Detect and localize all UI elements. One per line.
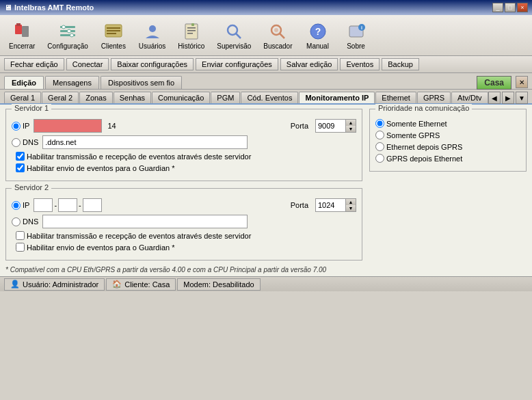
sobre-button[interactable]: i Sobre <box>338 18 374 53</box>
servidor2-porta-input[interactable] <box>315 198 346 212</box>
servidor1-porta-input[interactable] <box>315 119 346 133</box>
tab-edicao[interactable]: Edição <box>4 76 44 89</box>
servidor1-dns-radio[interactable] <box>12 138 21 147</box>
servidor2-dns-radio-label[interactable]: DNS <box>12 217 38 226</box>
servidor1-check2[interactable] <box>16 163 25 172</box>
prioridade-radio-1[interactable] <box>375 119 384 128</box>
prioridade-radio-2[interactable] <box>375 131 384 139</box>
nav-prev-button[interactable]: ◀ <box>488 92 501 104</box>
subtab-gprs[interactable]: GPRS <box>417 92 451 103</box>
prioridade-radio-4[interactable] <box>375 154 384 163</box>
buscador-icon <box>267 21 289 42</box>
content-area: Servidor 1 IP 14 Porta ▲ ▼ <box>0 105 532 276</box>
servidor1-check1[interactable] <box>16 152 25 161</box>
salvar-edicao-button[interactable]: Salvar edição <box>280 58 338 70</box>
status-user: 👤 Usuário: Administrador <box>4 278 105 291</box>
servidor2-porta-down[interactable]: ▼ <box>346 205 356 211</box>
svg-rect-17 <box>187 33 193 34</box>
servidor1-porta-up[interactable]: ▲ <box>346 120 356 126</box>
footer-note: * Compatível com a CPU Eth/GPRS a partir… <box>0 265 532 276</box>
servidor2-check1[interactable] <box>16 231 25 240</box>
servidor2-porta-up[interactable]: ▲ <box>346 199 356 205</box>
subtab-monitoramento-ip[interactable]: Monitoramento IP <box>299 92 375 103</box>
servidor2-dns-row: DNS <box>12 215 356 228</box>
prioridade-option3-label[interactable]: Ethernet depois GPRS <box>375 142 462 151</box>
svg-rect-15 <box>187 27 196 29</box>
servidor2-check2-label[interactable]: Habilitar envio de eventos para o Guardi… <box>16 243 174 252</box>
subtab-pgm[interactable]: PGM <box>211 92 240 103</box>
manual-button[interactable]: ? Manual <box>300 18 336 53</box>
enviar-config-button[interactable]: Enviar configurações <box>196 58 278 70</box>
sub-tab-navigation: ◀ ▶ ▼ <box>488 92 528 104</box>
subtab-geral1[interactable]: Geral 1 <box>4 92 41 103</box>
clientes-button[interactable]: Clientes <box>96 18 131 53</box>
sobre-icon: i <box>345 21 367 42</box>
historico-label: Histórico <box>178 42 204 50</box>
servidor1-ip-radio-label[interactable]: IP <box>12 122 29 131</box>
close-button[interactable]: × <box>517 3 528 12</box>
buscador-button[interactable]: Buscador <box>258 18 297 53</box>
servidor1-dns-row: DNS <box>12 135 356 149</box>
prioridade-option4-label[interactable]: GPRS depois Ethernet <box>375 154 462 163</box>
subtab-cod-eventos[interactable]: Cód. Eventos <box>241 92 298 103</box>
servidor2-check2[interactable] <box>16 243 25 252</box>
servidor1-check2-label[interactable]: Habilitar envio de eventos para o Guardi… <box>16 163 174 172</box>
baixar-config-button[interactable]: Baixar configurações <box>111 58 194 70</box>
usuarios-icon <box>142 21 163 42</box>
prioridade-option3-row: Ethernet depois GPRS <box>375 142 520 151</box>
conectar-button[interactable]: Conectar <box>66 58 109 70</box>
servidor1-dns-radio-label[interactable]: DNS <box>12 138 38 147</box>
nav-next-button[interactable]: ▶ <box>502 92 514 104</box>
servidor1-dns-input[interactable] <box>42 135 248 149</box>
subtab-geral2[interactable]: Geral 2 <box>42 92 79 103</box>
svg-rect-11 <box>107 30 120 31</box>
eventos-button[interactable]: Eventos <box>340 58 380 70</box>
svg-rect-2 <box>22 26 29 37</box>
servidor1-ip-input[interactable] <box>34 119 102 133</box>
servidor2-ip-seg3[interactable] <box>83 198 102 212</box>
usuarios-button[interactable]: Usuários <box>134 18 170 53</box>
subtab-ethernet[interactable]: Ethernet <box>375 92 416 103</box>
supervisao-button[interactable]: Supervisão <box>212 18 256 53</box>
historico-button[interactable]: Histórico <box>173 18 209 53</box>
svg-line-22 <box>280 34 284 38</box>
svg-point-23 <box>274 28 278 32</box>
servidor2-check1-label[interactable]: Habilitar transmissão e recepção de even… <box>16 231 251 240</box>
svg-rect-12 <box>107 33 116 34</box>
servidor2-ip-seg1[interactable] <box>34 198 53 212</box>
servidor1-porta-down[interactable]: ▼ <box>346 126 356 132</box>
fechar-edicao-button[interactable]: Fechar edição <box>4 58 64 70</box>
maximize-button[interactable]: □ <box>505 3 516 12</box>
servidor1-check1-label[interactable]: Habilitar transmissão e recepção de even… <box>16 152 251 161</box>
nav-down-button[interactable]: ▼ <box>516 92 528 104</box>
encerrar-button[interactable]: Encerrar <box>4 18 40 53</box>
prioridade-option1-label[interactable]: Somente Ethernet <box>375 119 447 128</box>
tab-dispositivos[interactable]: Dispositivos sem fio <box>101 76 182 89</box>
servidor2-check1-row: Habilitar transmissão e recepção de even… <box>16 231 356 240</box>
subtab-zonas[interactable]: Zonas <box>79 92 113 103</box>
svg-point-6 <box>62 25 66 29</box>
subtab-comunicacao[interactable]: Comunicação <box>152 92 210 103</box>
servidor1-porta-spinner: ▲ ▼ <box>315 119 356 133</box>
servidor2-ip-radio[interactable] <box>12 201 21 210</box>
backup-button[interactable]: Backup <box>382 58 419 70</box>
servidor2-dns-input[interactable] <box>42 215 248 228</box>
manual-icon: ? <box>307 21 329 42</box>
servidor2-dns-radio[interactable] <box>12 217 21 226</box>
svg-text:i: i <box>361 25 362 30</box>
configuracao-button[interactable]: Configuração <box>42 18 92 53</box>
prioridade-radio-3[interactable] <box>375 142 384 151</box>
servidor1-porta-label: Porta <box>291 122 308 130</box>
close-tab-button[interactable]: ✕ <box>516 76 528 88</box>
minimize-button[interactable]: _ <box>492 3 503 12</box>
tab-mensagens[interactable]: Mensagens <box>45 76 99 89</box>
servidor2-ip-radio-label[interactable]: IP <box>12 201 29 210</box>
window-controls[interactable]: _ □ × <box>492 3 528 12</box>
svg-rect-14 <box>185 24 198 39</box>
subtab-atv-dtv[interactable]: Atv/Dtv <box>451 92 488 103</box>
servidor2-ip-seg2[interactable] <box>58 198 77 212</box>
modem-text: Modem: Desabilitado <box>183 280 254 289</box>
prioridade-option2-label[interactable]: Somente GPRS <box>375 131 440 139</box>
subtab-senhas[interactable]: Senhas <box>114 92 151 103</box>
servidor1-ip-radio[interactable] <box>12 122 21 131</box>
